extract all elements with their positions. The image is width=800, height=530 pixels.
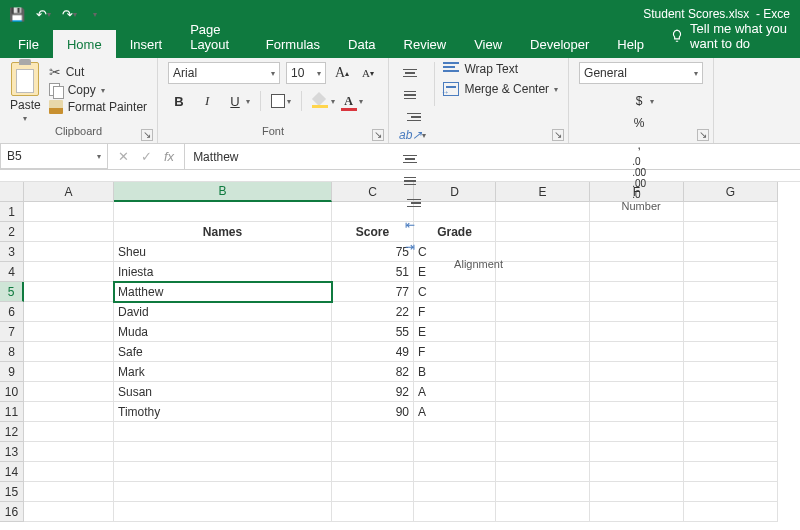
row-header[interactable]: 2 xyxy=(0,222,24,242)
cell[interactable] xyxy=(114,482,332,502)
cell[interactable] xyxy=(496,302,590,322)
cell[interactable] xyxy=(684,462,778,482)
tab-insert[interactable]: Insert xyxy=(116,30,177,58)
cell[interactable] xyxy=(684,382,778,402)
number-format-select[interactable]: General ▾ xyxy=(579,62,703,84)
cell[interactable] xyxy=(414,462,496,482)
redo-icon[interactable]: ↷▾ xyxy=(58,3,80,25)
cell[interactable]: 55 xyxy=(332,322,414,342)
orientation-button[interactable]: ab↗ ▾ xyxy=(399,128,426,142)
cell[interactable] xyxy=(496,362,590,382)
underline-button[interactable]: U▾ xyxy=(224,90,250,112)
cell[interactable]: B xyxy=(414,362,496,382)
cell[interactable]: David xyxy=(114,302,332,322)
cell[interactable] xyxy=(496,442,590,462)
align-top-button[interactable] xyxy=(399,62,421,84)
tab-review[interactable]: Review xyxy=(390,30,461,58)
cell[interactable]: E xyxy=(414,322,496,342)
cell[interactable] xyxy=(24,442,114,462)
row-header[interactable]: 10 xyxy=(0,382,24,402)
cell[interactable] xyxy=(332,462,414,482)
cell[interactable] xyxy=(332,442,414,462)
cell[interactable] xyxy=(684,402,778,422)
cell[interactable] xyxy=(590,322,684,342)
cell[interactable] xyxy=(684,302,778,322)
cell[interactable] xyxy=(590,222,684,242)
row-header[interactable]: 6 xyxy=(0,302,24,322)
align-middle-button[interactable] xyxy=(399,84,421,106)
cell[interactable] xyxy=(684,342,778,362)
cell[interactable] xyxy=(496,482,590,502)
cell[interactable] xyxy=(684,362,778,382)
bold-button[interactable]: B xyxy=(168,90,190,112)
cell[interactable] xyxy=(496,342,590,362)
cell[interactable]: Muda xyxy=(114,322,332,342)
row-header[interactable]: 13 xyxy=(0,442,24,462)
column-header[interactable]: B xyxy=(114,182,332,202)
cell[interactable] xyxy=(114,462,332,482)
row-header[interactable]: 5 xyxy=(0,282,24,302)
cell[interactable] xyxy=(496,282,590,302)
cell[interactable]: 82 xyxy=(332,362,414,382)
row-header[interactable]: 15 xyxy=(0,482,24,502)
row-header[interactable]: 16 xyxy=(0,502,24,522)
cell[interactable] xyxy=(114,442,332,462)
row-header[interactable]: 9 xyxy=(0,362,24,382)
cell[interactable] xyxy=(24,482,114,502)
font-size-select[interactable]: 10 ▾ xyxy=(286,62,326,84)
tab-view[interactable]: View xyxy=(460,30,516,58)
align-right-button[interactable] xyxy=(399,192,421,214)
cell[interactable] xyxy=(24,282,114,302)
cell[interactable]: 90 xyxy=(332,402,414,422)
cell[interactable] xyxy=(24,242,114,262)
paste-button[interactable]: Paste ▾ xyxy=(10,62,41,123)
tab-help[interactable]: Help xyxy=(603,30,658,58)
cell[interactable] xyxy=(684,242,778,262)
cell[interactable] xyxy=(24,342,114,362)
cell[interactable] xyxy=(24,202,114,222)
cell[interactable] xyxy=(414,442,496,462)
decrease-decimal-button[interactable]: .00.0 xyxy=(628,178,650,200)
row-header[interactable]: 12 xyxy=(0,422,24,442)
cell[interactable] xyxy=(496,462,590,482)
cell[interactable] xyxy=(24,222,114,242)
cell[interactable]: A xyxy=(414,382,496,402)
cell[interactable] xyxy=(684,282,778,302)
dialog-launcher-icon[interactable]: ↘ xyxy=(552,129,564,141)
tab-page-layout[interactable]: Page Layout xyxy=(176,15,252,58)
cell[interactable]: C xyxy=(414,282,496,302)
row-header[interactable]: 11 xyxy=(0,402,24,422)
cell[interactable] xyxy=(24,322,114,342)
increase-indent-button[interactable]: ⇥ xyxy=(399,236,421,258)
cut-button[interactable]: ✂ Cut xyxy=(49,64,147,80)
cell[interactable]: Names xyxy=(114,222,332,242)
cell[interactable] xyxy=(414,482,496,502)
cell[interactable] xyxy=(590,382,684,402)
row-header[interactable]: 1 xyxy=(0,202,24,222)
tab-developer[interactable]: Developer xyxy=(516,30,603,58)
cell[interactable] xyxy=(24,462,114,482)
cell[interactable]: A xyxy=(414,402,496,422)
cell[interactable]: 22 xyxy=(332,302,414,322)
cell[interactable] xyxy=(684,482,778,502)
italic-button[interactable]: I xyxy=(196,90,218,112)
cell[interactable]: Safe xyxy=(114,342,332,362)
cell[interactable] xyxy=(24,362,114,382)
cell[interactable] xyxy=(24,382,114,402)
cell[interactable] xyxy=(590,442,684,462)
cell[interactable] xyxy=(590,502,684,522)
tab-home[interactable]: Home xyxy=(53,30,116,58)
save-icon[interactable]: 💾 xyxy=(6,3,28,25)
row-header[interactable]: 4 xyxy=(0,262,24,282)
tab-formulas[interactable]: Formulas xyxy=(252,30,334,58)
cell[interactable] xyxy=(684,502,778,522)
cell[interactable] xyxy=(684,262,778,282)
cell[interactable]: Iniesta xyxy=(114,262,332,282)
cell[interactable] xyxy=(590,422,684,442)
row-header[interactable]: 7 xyxy=(0,322,24,342)
name-box[interactable]: B5 ▾ xyxy=(0,144,108,169)
insert-function-icon[interactable]: fx xyxy=(164,149,174,164)
cell[interactable] xyxy=(332,502,414,522)
cell[interactable] xyxy=(24,302,114,322)
align-left-button[interactable] xyxy=(399,148,421,170)
